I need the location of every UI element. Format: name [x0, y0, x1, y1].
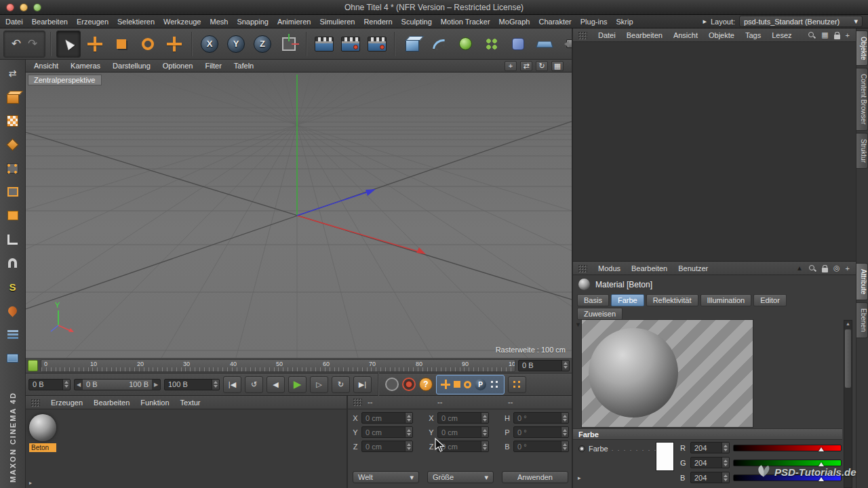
keyframe-presets-button[interactable]	[508, 376, 526, 393]
key-scale-icon[interactable]	[454, 381, 460, 388]
titlebar[interactable]: Ohne Titel 4 * (NFR Version – Restricted…	[0, 0, 868, 15]
panel-grip[interactable]	[353, 398, 362, 406]
range-handle[interactable]: 0 B 100 B	[83, 380, 152, 390]
record-keyframe-button[interactable]	[385, 378, 399, 391]
scale-tool-button[interactable]	[109, 30, 134, 58]
apply-button[interactable]: Anwenden	[502, 471, 568, 483]
filter-icon[interactable]: ▦	[821, 30, 828, 39]
color-swatch[interactable]	[656, 442, 674, 471]
layout-select[interactable]: psd-tuts_Standart (Benutzer) ▾	[739, 16, 863, 27]
rotation-group-header[interactable]: --	[508, 398, 513, 406]
tab-basis[interactable]: Basis	[577, 294, 609, 306]
render-picture-viewer-button[interactable]	[338, 30, 363, 58]
modeling-objects-button[interactable]	[479, 30, 504, 58]
current-frame-field[interactable]: 0 B	[28, 379, 71, 390]
mode-select[interactable]: Größe▾	[427, 471, 494, 483]
space-select[interactable]: Welt▾	[353, 471, 419, 483]
last-tool-button[interactable]	[162, 30, 186, 58]
material-menu-bearbeiten[interactable]: Bearbeiten	[94, 399, 130, 407]
menu-rendern[interactable]: Rendern	[363, 18, 392, 26]
viewport-menu-optionen[interactable]: Optionen	[163, 62, 193, 70]
red-value-field[interactable]: 204	[690, 442, 730, 453]
next-frame-button[interactable]: ▷	[310, 376, 328, 393]
material-preview[interactable]	[582, 320, 753, 427]
object-menu-objekte[interactable]: Objekte	[709, 31, 734, 39]
rotation-b-field[interactable]: 0 °	[513, 441, 569, 452]
menu-charakter[interactable]: Charakter	[538, 18, 571, 26]
menu-sculpting[interactable]: Sculpting	[401, 18, 432, 26]
panel-grip[interactable]	[578, 31, 587, 39]
menu-motion-tracker[interactable]: Motion Tracker	[441, 18, 490, 26]
generator-button[interactable]	[453, 30, 477, 58]
play-backwards-button[interactable]: ↺	[245, 376, 263, 393]
undo-icon[interactable]: ↶	[12, 37, 21, 51]
material-menu-funktion[interactable]: Funktion	[140, 399, 169, 407]
timeline-frame-field[interactable]: 0 B	[518, 360, 570, 371]
lock-x-axis-button[interactable]: X	[197, 30, 222, 58]
deformer-button[interactable]	[506, 30, 530, 58]
viewport-menu-filter[interactable]: Filter	[205, 62, 221, 70]
key-point-level-icon[interactable]	[490, 380, 500, 390]
tab-attribute[interactable]: Attribute	[856, 263, 868, 300]
goto-start-button[interactable]: |◀	[223, 376, 241, 393]
paint-button[interactable]	[3, 301, 23, 320]
expand-more-icon[interactable]: ▸	[578, 474, 581, 481]
viewport-menu-tafeln[interactable]: Tafeln	[234, 62, 254, 70]
zoom-window-button[interactable]	[33, 3, 41, 12]
menu-plugins[interactable]: Plug-ins	[580, 18, 608, 26]
panel-grip[interactable]	[31, 399, 40, 407]
menu-mograph[interactable]: MoGraph	[499, 18, 530, 26]
scroll-arrow-icon[interactable]: ▸	[29, 480, 32, 486]
search-icon[interactable]	[808, 31, 816, 39]
polygons-mode-button[interactable]	[3, 206, 23, 225]
key-parameter-icon[interactable]: P	[475, 379, 486, 390]
menu-snapping[interactable]: Snapping	[237, 18, 269, 26]
layers-button[interactable]	[3, 325, 23, 344]
blue-value-field[interactable]: 204	[690, 472, 730, 483]
timeline-current-frame-marker[interactable]	[28, 360, 38, 371]
environment-button[interactable]	[532, 30, 557, 58]
render-settings-button[interactable]	[365, 30, 389, 58]
menu-bearbeiten[interactable]: Bearbeiten	[32, 18, 68, 26]
toggle-view-icon[interactable]: ▦	[551, 61, 564, 71]
max-frame-field[interactable]: 100 B	[164, 379, 220, 390]
size-y-field[interactable]: 0 cm	[437, 426, 489, 438]
material-menu-textur[interactable]: Textur	[180, 399, 201, 407]
attribute-menu-bearbeiten[interactable]: Bearbeiten	[631, 264, 667, 272]
enable-axis-button[interactable]	[3, 230, 23, 249]
tab-struktur[interactable]: Struktur	[856, 133, 868, 169]
lock-y-axis-button[interactable]: Y	[224, 30, 248, 58]
render-view-button[interactable]	[312, 30, 336, 58]
scroll-up-icon[interactable]: ▲	[844, 321, 852, 326]
lock-icon[interactable]	[834, 35, 840, 39]
preview-range-slider[interactable]: ◀ 0 B 100 B ▶	[74, 379, 161, 390]
texture-mode-button[interactable]	[3, 111, 23, 130]
red-slider[interactable]	[733, 445, 842, 451]
scrollbar-thumb[interactable]	[845, 329, 851, 388]
menu-animieren[interactable]: Animieren	[277, 18, 311, 26]
pan-view-icon[interactable]: +	[505, 61, 517, 71]
workplane-grid-button[interactable]	[3, 348, 23, 367]
range-right-arrow-icon[interactable]: ▶	[152, 382, 160, 388]
timeline-ruler[interactable]: 0 10 20 30 40 50 60 70 80 90 100	[41, 359, 515, 372]
attribute-menu-modus[interactable]: Modus	[598, 264, 620, 272]
close-window-button[interactable]	[6, 3, 14, 12]
panel-grip[interactable]	[578, 264, 587, 272]
add-panel-icon[interactable]: +	[846, 264, 850, 272]
object-menu-lesezeichen[interactable]: Lesez	[772, 31, 791, 39]
key-rotation-icon[interactable]	[464, 381, 471, 388]
tab-reflektivitaet[interactable]: Reflektivität	[646, 294, 698, 306]
menu-datei[interactable]: Datei	[5, 18, 23, 26]
collapse-preview-icon[interactable]: ▼	[575, 321, 581, 328]
keyframe-selection-button[interactable]: ?	[419, 378, 433, 391]
play-button[interactable]: ▶	[288, 376, 307, 393]
farbe-section-header[interactable]: Farbe	[573, 428, 842, 440]
menu-skript[interactable]: Skrip	[616, 18, 633, 26]
add-panel-icon[interactable]: +	[846, 31, 850, 39]
material-item[interactable]: Beton	[29, 414, 58, 452]
camera-label[interactable]: Zentralperspektive	[28, 75, 101, 85]
tab-content-browser[interactable]: Content Browser	[856, 68, 868, 130]
tab-objekte[interactable]: Objekte	[856, 30, 868, 66]
primitive-cube-button[interactable]	[400, 30, 425, 58]
rotation-h-field[interactable]: 0 °	[513, 412, 569, 424]
